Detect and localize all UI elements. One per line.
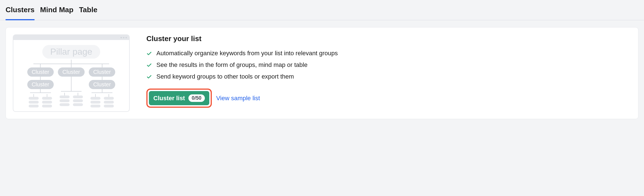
check-icon bbox=[146, 74, 152, 80]
feature-list: Automatically organize keywords from you… bbox=[146, 50, 631, 80]
cluster-content: Cluster your list Automatically organize… bbox=[146, 34, 631, 108]
view-sample-link[interactable]: View sample list bbox=[216, 95, 260, 102]
pillar-label: Pillar page bbox=[42, 45, 100, 59]
feature-text: See the results in the form of groups, m… bbox=[156, 61, 308, 69]
illustration-titlebar bbox=[13, 35, 129, 40]
cluster-pill: Cluster bbox=[27, 80, 54, 89]
content-heading: Cluster your list bbox=[146, 34, 631, 43]
feature-item: Automatically organize keywords from you… bbox=[146, 50, 631, 57]
cluster-pill: Cluster bbox=[58, 67, 84, 77]
cluster-list-button[interactable]: Cluster list 0/50 bbox=[149, 91, 209, 105]
cluster-count-badge: 0/50 bbox=[188, 94, 205, 102]
check-icon bbox=[146, 62, 152, 68]
titlebar-dot bbox=[121, 37, 122, 38]
cluster-pill: Cluster bbox=[27, 67, 54, 77]
cluster-pill: Cluster bbox=[89, 67, 115, 77]
illustration-tree: Cluster Cluster bbox=[17, 60, 126, 107]
illustration-body: Pillar page Cluster Cluster bbox=[13, 40, 129, 111]
feature-item: See the results in the form of groups, m… bbox=[146, 61, 631, 69]
tab-mindmap[interactable]: Mind Map bbox=[40, 6, 73, 20]
cluster-illustration: Pillar page Cluster Cluster bbox=[13, 34, 130, 112]
tabs-bar: Clusters Mind Map Table bbox=[0, 0, 644, 20]
titlebar-dot bbox=[126, 37, 127, 38]
feature-text: Send keyword groups to other tools or ex… bbox=[156, 73, 294, 80]
callout-highlight: Cluster list 0/50 bbox=[146, 89, 212, 108]
cluster-panel: Pillar page Cluster Cluster bbox=[6, 27, 638, 119]
titlebar-dot bbox=[123, 37, 124, 38]
feature-text: Automatically organize keywords from you… bbox=[156, 50, 338, 57]
actions-row: Cluster list 0/50 View sample list bbox=[146, 89, 631, 108]
tab-table[interactable]: Table bbox=[79, 6, 97, 20]
tab-clusters[interactable]: Clusters bbox=[6, 6, 35, 20]
cluster-button-label: Cluster list bbox=[153, 95, 185, 102]
cluster-pill: Cluster bbox=[89, 80, 115, 89]
feature-item: Send keyword groups to other tools or ex… bbox=[146, 73, 631, 80]
page: Clusters Mind Map Table Pillar page bbox=[0, 0, 644, 119]
check-icon bbox=[146, 51, 152, 56]
